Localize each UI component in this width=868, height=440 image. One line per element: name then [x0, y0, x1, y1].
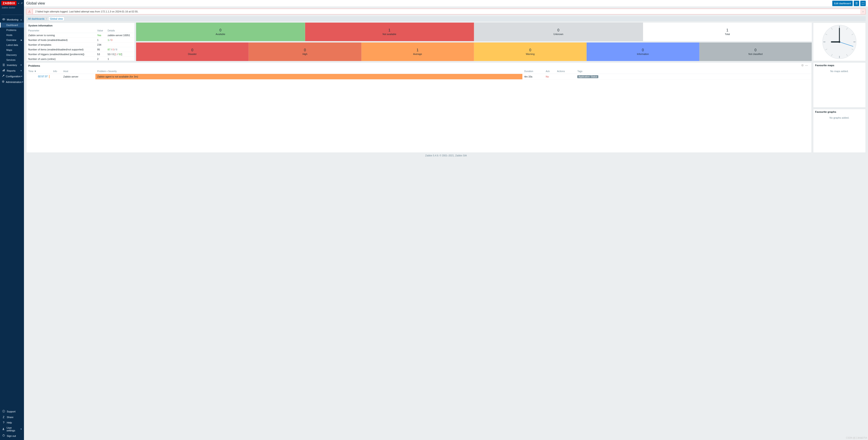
nav-label: Configuration [6, 75, 21, 78]
table-row: Number of items (enabled/disabled/not su… [26, 47, 134, 52]
sidebar-item-services[interactable]: Services [0, 57, 24, 62]
logo-row: ZABBIX « ↗ [0, 0, 24, 6]
chevron-down-icon: ▼ [20, 428, 22, 430]
sidebar-item-latest-data[interactable]: Latest data [0, 42, 24, 48]
breadcrumb-current[interactable]: Global view [49, 17, 64, 21]
tile-total[interactable]: 1Total [643, 23, 812, 41]
popout-icon[interactable]: ↗ [21, 2, 23, 5]
host-availability-row: 0Available1Not available0Unknown1Total [136, 23, 812, 41]
more-icon[interactable]: ⋯ [805, 64, 808, 67]
problems-table: Time ▼InfoHostProblem • SeverityDuration… [26, 69, 811, 80]
tile-unknown[interactable]: 0Unknown [474, 23, 643, 41]
problem-time[interactable]: 02:57:37 [38, 75, 48, 78]
widget-fav-maps: Favourite maps No maps added. [813, 62, 866, 107]
widget-clock [813, 23, 866, 61]
alert-message: 2 failed login attempts logged. Last fai… [33, 9, 860, 14]
table-row: Number of hosts (enabled/disabled)11 / 0 [26, 38, 134, 42]
widget-title: System information [26, 23, 134, 28]
nav-label: Administration [6, 81, 22, 84]
sidebar-item-hosts[interactable]: Hosts [0, 33, 24, 37]
nav-main: Monitoring ▲ DashboardProblemsHostsOverv… [0, 17, 24, 408]
nav-label: Help [7, 421, 12, 424]
support-icon: ⓘ [2, 409, 5, 413]
nav-support[interactable]: ⓘSupport [0, 408, 24, 414]
collapse-icon[interactable]: « [18, 2, 19, 4]
widget-system-information: System information ParameterValueDetails… [26, 23, 135, 61]
edit-dashboard-button[interactable]: Edit dashboard [832, 1, 852, 6]
warning-icon: ⚠ [26, 9, 33, 14]
tile-available[interactable]: 0Available [136, 23, 305, 41]
sidebar-item-overview[interactable]: Overview▶ [0, 37, 24, 42]
watermark: CSDN @三块钱0754 [846, 436, 867, 440]
widget-fav-graphs: Favourite graphs No graphs added. [813, 109, 866, 153]
table-row: Number of templates234 [26, 42, 134, 47]
logo[interactable]: ZABBIX [1, 1, 17, 5]
svg-rect-4 [3, 70, 4, 71]
share-icon: Z [2, 416, 5, 419]
close-icon[interactable]: × [861, 10, 866, 13]
tile-not-available[interactable]: 1Not available [305, 23, 474, 41]
nav-user-settings[interactable]: User settings▼ [0, 425, 24, 433]
nav-monitoring[interactable]: Monitoring ▲ [0, 17, 24, 23]
breadcrumb-all[interactable]: All dashboards [28, 18, 44, 20]
svg-point-26 [839, 41, 840, 43]
widget-title: Problems [28, 64, 40, 67]
table-row: Number of triggers (enabled/disabled [pr… [26, 52, 134, 57]
problem-host[interactable]: Zabbix server [61, 74, 95, 80]
sign-out-icon [2, 434, 5, 438]
widget-title: Favourite graphs [813, 109, 866, 115]
svg-rect-5 [4, 69, 5, 71]
nav-label: Support [7, 410, 16, 413]
nav-configuration[interactable]: Configuration ▼ [0, 73, 24, 79]
footer: Zabbix 5.4.9. © 2001–2021, Zabbix SIA [26, 153, 866, 157]
content: ⚠ 2 failed login attempts logged. Last f… [24, 7, 868, 440]
gear-icon[interactable] [801, 64, 804, 67]
svg-rect-3 [3, 70, 3, 71]
page-title: Global view [26, 1, 45, 5]
table-row[interactable]: 02:57:37Zabbix serverZabbix agent is not… [26, 74, 811, 80]
nav-reports[interactable]: Reports ▼ [0, 68, 24, 73]
sidebar-item-maps[interactable]: Maps [0, 48, 24, 53]
nav-help[interactable]: ?Help [0, 420, 24, 425]
nav-label: Sign out [7, 435, 16, 437]
sidebar: ZABBIX « ↗ Zabbix docker Monitoring ▲ Da… [0, 0, 24, 440]
widget-title: Favourite maps [813, 63, 866, 68]
tile-warning[interactable]: 0Warning [474, 42, 587, 61]
sidebar-item-problems[interactable]: Problems [0, 28, 24, 33]
problem-name[interactable]: Zabbix agent is not available (for 3m) [95, 74, 522, 80]
chevron-right-icon: ▶ [21, 39, 22, 41]
tag[interactable]: Application: Status [577, 75, 598, 78]
clock-face [822, 24, 857, 59]
severity-row: 0Disaster0High1Average0Warning0Informati… [136, 42, 812, 61]
empty-message: No graphs added. [813, 115, 866, 121]
nav-administration[interactable]: Administration ▼ [0, 79, 24, 85]
breadcrumb: All dashboards / Global view [26, 16, 866, 21]
gear-icon [2, 80, 4, 84]
widget-status-tiles: 0Available1Not available0Unknown1Total 0… [136, 23, 812, 61]
tile-disaster[interactable]: 0Disaster [136, 42, 249, 61]
list-icon: ☰ [2, 63, 5, 67]
svg-point-7 [3, 428, 4, 429]
chevron-up-icon: ▲ [20, 19, 22, 21]
nav-label: Inventory [7, 64, 17, 66]
nav-share[interactable]: ZShare [0, 414, 24, 420]
sidebar-item-discovery[interactable]: Discovery [0, 53, 24, 57]
tile-high[interactable]: 0High [249, 42, 361, 61]
empty-message: No maps added. [813, 68, 866, 74]
nav-inventory[interactable]: ☰ Inventory ▼ [0, 62, 24, 68]
nav-label: Share [7, 416, 13, 418]
tile-not-classified[interactable]: 0Not classified [700, 42, 812, 61]
main: Global view Edit dashboard ☰ ⚠ 2 failed … [24, 0, 868, 440]
help-icon: ? [2, 421, 5, 424]
tile-average[interactable]: 1Average [362, 42, 474, 61]
actions-menu-button[interactable]: ☰ [854, 1, 859, 6]
sidebar-item-dashboard[interactable]: Dashboard [0, 23, 24, 28]
nav-sign-out[interactable]: Sign out [0, 433, 24, 439]
nav-bottom: ⓘSupportZShare?HelpUser settings▼Sign ou… [0, 408, 24, 440]
svg-point-27 [802, 65, 803, 66]
svg-point-6 [3, 81, 4, 82]
fullscreen-button[interactable] [860, 1, 866, 6]
tile-information[interactable]: 0Information [587, 42, 699, 61]
topbar: Global view Edit dashboard ☰ [24, 0, 868, 7]
table-row: Number of users (online)21 [26, 57, 134, 61]
